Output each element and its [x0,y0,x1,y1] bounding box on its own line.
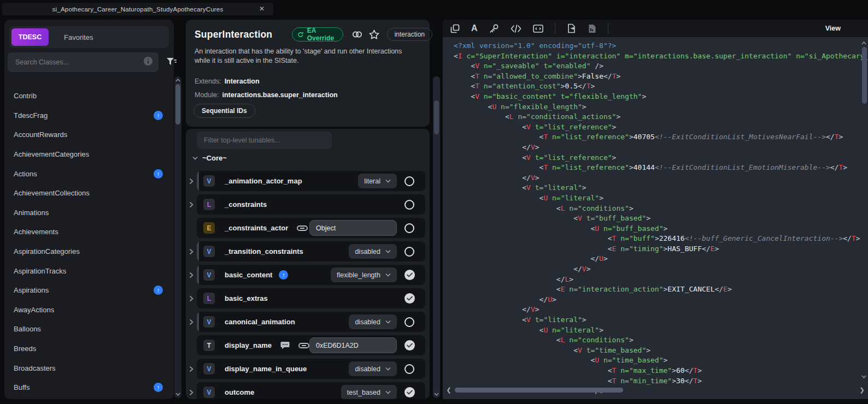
link-icon[interactable] [298,342,309,349]
checked-circle[interactable] [404,387,415,397]
tunable-card[interactable]: Vdisplay_name_in_queuedisabled [197,359,425,379]
expand-chevron-icon[interactable] [186,389,197,396]
link-icon[interactable] [297,225,308,231]
unchecked-circle[interactable] [404,364,414,374]
value-input[interactable]: Object [309,220,397,236]
search-classes-input[interactable]: Search Classes... [8,52,159,72]
tunable-row-canonical_animation[interactable]: Vcanonical_animationdisabled [186,312,430,332]
instance-type-chip[interactable]: interaction [387,28,432,41]
sidebar-item-broadcasters[interactable]: Broadcasters [4,358,174,378]
tunable-card[interactable]: Vcanonical_animationdisabled [197,312,425,332]
unchecked-circle[interactable] [404,317,414,327]
xml-horizontal-scrollbar[interactable]: ❮ ❯ [445,387,866,393]
sidebar-scrollbar[interactable] [174,76,181,398]
file-icon[interactable] [588,24,596,33]
value-input[interactable]: 0xED6D1A2D [309,337,397,353]
tunable-row-basic_content[interactable]: Vbasic_content↑flexible_length [186,265,430,285]
sidebar-item-accountrewards[interactable]: AccountRewards [4,125,174,145]
filter-tunables-input[interactable]: Filter top-level tunables... [197,132,332,149]
expand-chevron-icon[interactable] [186,272,197,278]
sidebar-item-actions[interactable]: Actions↑ [4,164,174,183]
xml-hscroll-thumb[interactable] [455,388,623,393]
scroll-down-icon[interactable] [433,391,440,397]
scroll-down-icon[interactable] [860,373,867,381]
comment-icon[interactable] [280,341,290,349]
tab-tdesc[interactable]: TDESC [11,28,49,46]
scroll-down-icon[interactable] [174,391,181,397]
sidebar-item-aspirationtracks[interactable]: AspirationTracks [4,261,174,281]
unchecked-circle[interactable] [404,223,414,233]
favorite-star-icon[interactable] [369,29,379,39]
tunables-scroll-thumb[interactable] [434,100,439,134]
tunable-card[interactable]: Lbasic_extras [197,288,425,308]
sidebar-item-balloons[interactable]: Balloons [4,319,174,339]
expand-chevron-icon[interactable] [186,295,197,302]
scroll-left-icon[interactable]: ❮ [445,387,453,394]
sidebar-scroll-thumb[interactable] [175,84,180,124]
view-button[interactable]: View [825,25,841,32]
sidebar-item-breeds[interactable]: Breeds [4,339,174,359]
key-icon[interactable] [489,23,499,33]
expand-chevron-icon[interactable] [186,248,197,255]
expand-chevron-icon[interactable] [186,366,197,372]
sidebar-item-aspirations[interactable]: Aspirations↑ [4,281,174,300]
copy-icon[interactable] [450,24,460,33]
sidebar-item-awayactions[interactable]: AwayActions [4,300,174,320]
unchecked-circle[interactable] [404,200,414,210]
scroll-up-icon[interactable] [174,77,181,84]
unchecked-circle[interactable] [404,176,414,186]
tunables-scrollbar[interactable] [433,76,440,398]
tunable-card[interactable]: Tdisplay_name0xED6D1A2D [197,335,425,355]
open-tuning-tab[interactable]: si_Apothecary_Career_Naturopath_StudyApo… [2,3,273,15]
ea-override-badge[interactable]: EA Override [292,27,343,41]
variant-dropdown[interactable]: test_based [341,385,397,399]
tunable-card[interactable]: V_transition_constraintsdisabled [197,241,425,262]
code-icon[interactable] [511,25,521,33]
sequential-ids-button[interactable]: Sequential IDs [193,104,255,118]
expand-chevron-icon[interactable] [186,201,197,208]
variant-dropdown[interactable]: disabled [349,314,397,329]
core-section-header[interactable]: ~Core~ [192,154,227,162]
sidebar-item-achievementcategories[interactable]: AchievementCategories [4,145,174,164]
sidebar-item-tdescfrag[interactable]: TdescFrag↑ [4,106,174,126]
tunable-card[interactable]: E_constraints_actorObject [197,218,425,238]
expand-chevron-icon[interactable] [186,178,197,185]
variant-dropdown[interactable]: literal [358,174,397,188]
scroll-right-icon[interactable]: ❯ [858,387,866,394]
embed-box-icon[interactable] [533,25,543,33]
tunable-card[interactable]: V_animation_actor_mapliteral [197,171,425,191]
filter-icon[interactable] [166,57,177,69]
scroll-up-icon[interactable] [860,39,867,47]
text-format-icon[interactable]: A [471,23,478,33]
variant-dropdown[interactable]: flexible_length [331,268,397,282]
export-file-icon[interactable] [567,23,577,33]
checked-circle[interactable] [404,340,415,350]
expand-chevron-icon[interactable] [186,319,197,325]
tunable-row-outcome[interactable]: Voutcometest_based [186,382,430,399]
tunable-row-_animation_actor_map[interactable]: V_animation_actor_mapliteral [186,171,430,191]
tunable-row-display_name[interactable]: Tdisplay_name0xED6D1A2D [186,335,430,355]
sidebar-item-aspirationcategories[interactable]: AspirationCategories [4,242,174,262]
tab-favorites[interactable]: Favorites [64,33,93,41]
sidebar-item-contrib[interactable]: Contrib [4,86,174,106]
sidebar-item-achievements[interactable]: Achievements [4,222,174,242]
tunable-row-_transition_constraints[interactable]: V_transition_constraintsdisabled [186,241,430,262]
tunable-row-_constraints[interactable]: L_constraints [186,194,430,215]
unchecked-circle[interactable] [404,247,414,257]
tunable-row-basic_extras[interactable]: Lbasic_extras [186,288,430,308]
checked-circle[interactable] [404,293,415,304]
xml-code[interactable]: <?xml version="1.0" encoding="utf-8"?><I… [443,37,868,399]
variant-dropdown[interactable]: disabled [349,361,397,376]
tunable-card[interactable]: Voutcometest_based [197,382,425,399]
info-icon[interactable] [143,56,153,68]
tunable-row-display_name_in_queue[interactable]: Vdisplay_name_in_queuedisabled [186,359,430,379]
tunable-card[interactable]: L_constraints [197,194,425,215]
link-icon[interactable] [352,30,362,39]
sidebar-item-animations[interactable]: Animations [4,203,174,223]
variant-dropdown[interactable]: disabled [349,244,397,259]
sidebar-item-achievementcollections[interactable]: AchievementCollections [4,183,174,203]
tunable-row-_constraints_actor[interactable]: E_constraints_actorObject [186,218,430,238]
tab-close-icon[interactable]: ✕ [259,5,265,13]
checked-circle[interactable] [404,270,415,280]
sidebar-item-buffs[interactable]: Buffs↑ [4,378,174,397]
